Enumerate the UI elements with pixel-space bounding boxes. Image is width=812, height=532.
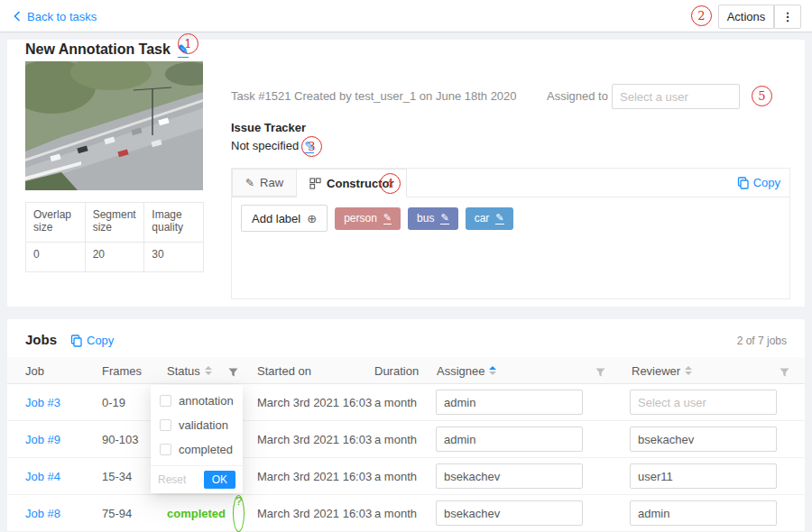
- table-row: Job #9 90-103 March 3rd 2021 16:03 a mon…: [7, 421, 805, 458]
- col-assignee-label: Assignee: [437, 364, 484, 378]
- copy-labels-link[interactable]: Copy: [737, 176, 789, 189]
- duration-cell: a month: [374, 495, 417, 532]
- filter-footer: Reset OK: [151, 465, 243, 493]
- col-duration: Duration: [374, 357, 419, 384]
- label-chip-person[interactable]: person✎: [335, 207, 401, 230]
- param-value: 0: [26, 243, 86, 272]
- job-link[interactable]: Job #3: [25, 384, 60, 421]
- add-label-button[interactable]: Add label ⊕: [241, 205, 328, 232]
- assignee-input[interactable]: [436, 500, 583, 526]
- task-details-card: New Annotation Task✎: [7, 40, 805, 307]
- filter-option-completed[interactable]: completed: [151, 437, 243, 462]
- assignee-input[interactable]: [436, 427, 583, 452]
- reviewer-input[interactable]: [630, 390, 777, 415]
- add-label-text: Add label: [252, 212, 300, 225]
- label-chip-car[interactable]: car✎: [466, 207, 513, 230]
- filter-option-label: completed: [179, 443, 233, 456]
- sort-icon[interactable]: [205, 366, 212, 375]
- assignee-input[interactable]: [436, 463, 583, 489]
- reviewer-input[interactable]: [630, 427, 777, 452]
- frames-cell: 15-34: [102, 458, 132, 495]
- col-started: Started on: [257, 357, 311, 384]
- duration-cell: a month: [374, 458, 417, 495]
- checkbox[interactable]: [160, 444, 171, 455]
- reviewer-filter-icon[interactable]: [780, 365, 789, 381]
- reviewer-input[interactable]: [630, 500, 777, 526]
- frames-cell: 75-94: [102, 495, 132, 532]
- status-filter-icon[interactable]: [228, 365, 238, 381]
- actions-more-button[interactable]: ⋮: [774, 5, 801, 29]
- started-cell: March 3rd 2021 16:03: [257, 458, 372, 495]
- reviewer-input[interactable]: [630, 463, 777, 489]
- task-assignee-select[interactable]: [612, 84, 740, 109]
- checkbox[interactable]: [160, 395, 171, 407]
- assigned-to-label: Assigned to: [547, 84, 608, 109]
- param-header: Overlap size: [26, 203, 86, 243]
- status-filter-dropdown: annotation validation completed Reset OK: [151, 385, 243, 493]
- tab-raw[interactable]: ✎ Raw: [232, 169, 297, 197]
- param-value: 30: [144, 243, 204, 272]
- back-label: Back to tasks: [27, 10, 97, 23]
- started-cell: March 3rd 2021 16:03: [257, 495, 372, 532]
- label-chip-bus[interactable]: bus✎: [408, 207, 458, 230]
- pencil-icon[interactable]: ✎: [440, 212, 448, 225]
- annotation-marker-5: 5: [752, 86, 772, 106]
- table-row: Job #3 0-19 March 3rd 2021 16:03 a month: [7, 384, 805, 421]
- annotation-marker-1: 1: [178, 33, 198, 54]
- more-vertical-icon: ⋮: [782, 10, 794, 23]
- actions-button-group: Actions ⋮: [718, 5, 801, 29]
- issue-tracker-text: Not specified: [231, 139, 299, 152]
- annotation-marker-4: 4: [380, 173, 401, 194]
- label-editor: ✎ Raw Constructor Copy Add label ⊕: [231, 168, 790, 299]
- assignee-filter-icon[interactable]: [595, 365, 605, 381]
- col-assignee[interactable]: Assignee: [437, 357, 496, 384]
- jobs-title: Jobs: [25, 332, 57, 347]
- actions-button[interactable]: Actions: [718, 5, 774, 29]
- page-title: New Annotation Task✎: [25, 41, 189, 58]
- filter-option-label: validation: [179, 418, 228, 432]
- job-link[interactable]: Job #8: [25, 495, 60, 532]
- copy-jobs-link[interactable]: Copy: [70, 334, 114, 347]
- frames-cell: 90-103: [102, 421, 138, 458]
- job-link[interactable]: Job #4: [25, 458, 60, 495]
- filter-ok-button[interactable]: OK: [204, 471, 235, 489]
- tab-raw-label: Raw: [260, 176, 283, 189]
- col-reviewer[interactable]: Reviewer: [632, 357, 692, 384]
- pencil-icon[interactable]: ✎: [495, 212, 503, 225]
- sort-icon[interactable]: [685, 366, 692, 375]
- col-job: Job: [25, 357, 44, 384]
- sort-icon-active[interactable]: [489, 366, 496, 375]
- filter-option-validation[interactable]: validation: [151, 413, 243, 437]
- plus-circle-icon: ⊕: [307, 212, 317, 225]
- filter-option-label: annotation: [179, 394, 234, 408]
- top-bar: Back to tasks Actions ⋮: [0, 0, 812, 32]
- task-parameters-table: Overlap size Segment size Image quality …: [25, 202, 204, 272]
- col-status[interactable]: Status: [167, 357, 212, 384]
- table-row: Job #4 15-34 March 3rd 2021 16:03 a mont…: [7, 458, 805, 495]
- copy-jobs-label: Copy: [87, 334, 114, 347]
- checkbox[interactable]: [160, 419, 171, 431]
- table-row: Job #8 75-94 completed ? March 3rd 2021 …: [7, 495, 805, 532]
- duration-cell: a month: [374, 384, 417, 421]
- pencil-icon[interactable]: ✎: [383, 212, 392, 225]
- street-photo-graphic: [25, 61, 203, 190]
- param-header: Image quality: [144, 203, 204, 243]
- back-chevron-icon: [13, 11, 21, 22]
- label-chip-name: bus: [417, 212, 434, 225]
- assignee-input[interactable]: [436, 390, 583, 415]
- annotation-marker-2: 2: [691, 5, 712, 26]
- annotation-marker-3: 3: [301, 136, 322, 157]
- pencil-icon: ✎: [245, 177, 254, 189]
- question-circle-icon[interactable]: ?: [233, 495, 245, 532]
- col-reviewer-label: Reviewer: [632, 364, 680, 378]
- label-constructor-content: Add label ⊕ person✎ bus✎ car✎: [232, 197, 789, 239]
- copy-icon: [70, 335, 82, 347]
- param-value: 20: [86, 243, 145, 272]
- job-link[interactable]: Job #9: [25, 421, 60, 458]
- cvat-task-page: Back to tasks Actions ⋮ New Annotation T…: [0, 0, 812, 532]
- back-to-tasks-link[interactable]: Back to tasks: [13, 0, 97, 32]
- label-chip-name: car: [475, 212, 490, 225]
- filter-option-annotation[interactable]: annotation: [151, 389, 243, 413]
- col-status-label: Status: [167, 364, 200, 378]
- filter-reset-button[interactable]: Reset: [158, 473, 186, 486]
